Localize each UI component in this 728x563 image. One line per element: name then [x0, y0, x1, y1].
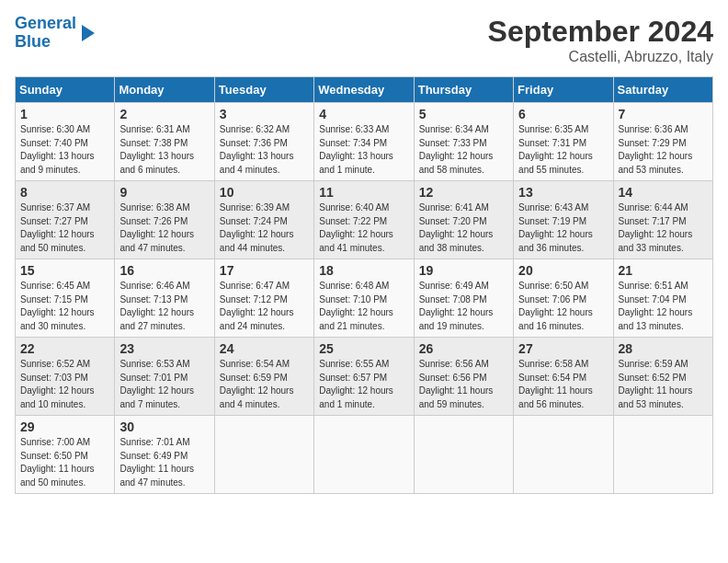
column-header-wednesday: Wednesday: [314, 77, 414, 103]
day-info: Sunrise: 6:43 AM Sunset: 7:19 PM Dayligh…: [518, 201, 608, 255]
calendar-cell: 9Sunrise: 6:38 AM Sunset: 7:26 PM Daylig…: [115, 181, 214, 259]
day-number: 30: [119, 419, 209, 434]
day-info: Sunrise: 7:01 AM Sunset: 6:49 PM Dayligh…: [119, 436, 209, 489]
day-number: 11: [319, 185, 408, 200]
calendar-cell: 2Sunrise: 6:31 AM Sunset: 7:38 PM Daylig…: [115, 103, 214, 181]
day-info: Sunrise: 6:56 AM Sunset: 6:56 PM Dayligh…: [419, 358, 508, 411]
day-info: Sunrise: 6:50 AM Sunset: 7:06 PM Dayligh…: [518, 280, 608, 333]
day-info: Sunrise: 6:41 AM Sunset: 7:20 PM Dayligh…: [419, 201, 508, 255]
day-info: Sunrise: 6:58 AM Sunset: 6:54 PM Dayligh…: [518, 358, 608, 411]
column-header-tuesday: Tuesday: [214, 77, 313, 103]
day-number: 25: [319, 341, 408, 356]
logo-text2: Blue: [15, 33, 76, 52]
column-header-monday: Monday: [115, 77, 214, 103]
calendar-table: SundayMondayTuesdayWednesdayThursdayFrid…: [15, 76, 713, 494]
calendar-week-row: 29Sunrise: 7:00 AM Sunset: 6:50 PM Dayli…: [16, 416, 713, 494]
day-info: Sunrise: 6:30 AM Sunset: 7:40 PM Dayligh…: [20, 123, 109, 177]
day-info: Sunrise: 6:53 AM Sunset: 7:01 PM Dayligh…: [119, 358, 209, 411]
day-info: Sunrise: 6:44 AM Sunset: 7:17 PM Dayligh…: [619, 201, 708, 255]
day-number: 29: [20, 419, 109, 434]
day-number: 10: [220, 185, 309, 200]
day-number: 22: [20, 341, 109, 356]
day-number: 24: [220, 341, 309, 356]
day-number: 12: [419, 185, 508, 200]
calendar-week-row: 1Sunrise: 6:30 AM Sunset: 7:40 PM Daylig…: [16, 103, 713, 181]
day-number: 19: [419, 263, 508, 278]
day-info: Sunrise: 7:00 AM Sunset: 6:50 PM Dayligh…: [20, 436, 109, 489]
day-number: 6: [518, 107, 608, 121]
calendar-cell: 15Sunrise: 6:45 AM Sunset: 7:15 PM Dayli…: [16, 259, 115, 338]
calendar-cell: 25Sunrise: 6:55 AM Sunset: 6:57 PM Dayli…: [314, 338, 414, 416]
day-info: Sunrise: 6:55 AM Sunset: 6:57 PM Dayligh…: [319, 358, 408, 411]
calendar-cell: 13Sunrise: 6:43 AM Sunset: 7:19 PM Dayli…: [514, 181, 613, 259]
calendar-cell: [214, 416, 313, 494]
calendar-cell: 19Sunrise: 6:49 AM Sunset: 7:08 PM Dayli…: [414, 259, 513, 338]
calendar-cell: 30Sunrise: 7:01 AM Sunset: 6:49 PM Dayli…: [115, 416, 214, 494]
day-info: Sunrise: 6:32 AM Sunset: 7:36 PM Dayligh…: [220, 123, 309, 177]
day-info: Sunrise: 6:37 AM Sunset: 7:27 PM Dayligh…: [20, 201, 109, 255]
calendar-cell: 5Sunrise: 6:34 AM Sunset: 7:33 PM Daylig…: [414, 103, 513, 181]
day-info: Sunrise: 6:38 AM Sunset: 7:26 PM Dayligh…: [119, 201, 209, 255]
calendar-cell: 7Sunrise: 6:36 AM Sunset: 7:29 PM Daylig…: [613, 103, 712, 181]
calendar-subtitle: Castelli, Abruzzo, Italy: [488, 49, 713, 65]
calendar-cell: 27Sunrise: 6:58 AM Sunset: 6:54 PM Dayli…: [514, 338, 613, 416]
calendar-cell: 11Sunrise: 6:40 AM Sunset: 7:22 PM Dayli…: [314, 181, 414, 259]
calendar-cell: 6Sunrise: 6:35 AM Sunset: 7:31 PM Daylig…: [514, 103, 613, 181]
calendar-cell: 8Sunrise: 6:37 AM Sunset: 7:27 PM Daylig…: [16, 181, 115, 259]
day-number: 26: [419, 341, 508, 356]
day-number: 27: [518, 341, 608, 356]
calendar-cell: [514, 416, 613, 494]
calendar-cell: 17Sunrise: 6:47 AM Sunset: 7:12 PM Dayli…: [214, 259, 313, 338]
calendar-cell: 23Sunrise: 6:53 AM Sunset: 7:01 PM Dayli…: [115, 338, 214, 416]
calendar-cell: 18Sunrise: 6:48 AM Sunset: 7:10 PM Dayli…: [314, 259, 414, 338]
calendar-cell: 28Sunrise: 6:59 AM Sunset: 6:52 PM Dayli…: [613, 338, 712, 416]
calendar-cell: 26Sunrise: 6:56 AM Sunset: 6:56 PM Dayli…: [414, 338, 513, 416]
day-number: 20: [518, 263, 608, 278]
day-info: Sunrise: 6:40 AM Sunset: 7:22 PM Dayligh…: [319, 201, 408, 255]
day-number: 9: [119, 185, 209, 200]
calendar-cell: 22Sunrise: 6:52 AM Sunset: 7:03 PM Dayli…: [16, 338, 115, 416]
day-number: 1: [20, 107, 109, 121]
calendar-cell: 14Sunrise: 6:44 AM Sunset: 7:17 PM Dayli…: [613, 181, 712, 259]
day-number: 2: [119, 107, 209, 121]
column-header-thursday: Thursday: [414, 77, 513, 103]
day-number: 18: [319, 263, 408, 278]
calendar-week-row: 22Sunrise: 6:52 AM Sunset: 7:03 PM Dayli…: [16, 338, 713, 416]
calendar-cell: 12Sunrise: 6:41 AM Sunset: 7:20 PM Dayli…: [414, 181, 513, 259]
calendar-cell: [613, 416, 712, 494]
day-number: 16: [119, 263, 209, 278]
day-number: 3: [220, 107, 309, 121]
day-info: Sunrise: 6:47 AM Sunset: 7:12 PM Dayligh…: [220, 280, 309, 333]
calendar-week-row: 8Sunrise: 6:37 AM Sunset: 7:27 PM Daylig…: [16, 181, 713, 259]
day-number: 21: [619, 263, 708, 278]
day-info: Sunrise: 6:46 AM Sunset: 7:13 PM Dayligh…: [119, 280, 209, 333]
day-info: Sunrise: 6:59 AM Sunset: 6:52 PM Dayligh…: [619, 358, 708, 411]
day-number: 5: [419, 107, 508, 121]
day-info: Sunrise: 6:35 AM Sunset: 7:31 PM Dayligh…: [518, 123, 608, 177]
column-header-friday: Friday: [514, 77, 613, 103]
day-info: Sunrise: 6:54 AM Sunset: 6:59 PM Dayligh…: [220, 358, 309, 411]
calendar-cell: 21Sunrise: 6:51 AM Sunset: 7:04 PM Dayli…: [613, 259, 712, 338]
calendar-cell: 1Sunrise: 6:30 AM Sunset: 7:40 PM Daylig…: [16, 103, 115, 181]
day-number: 23: [119, 341, 209, 356]
day-info: Sunrise: 6:36 AM Sunset: 7:29 PM Dayligh…: [619, 123, 708, 177]
column-header-sunday: Sunday: [16, 77, 115, 103]
calendar-header-row: SundayMondayTuesdayWednesdayThursdayFrid…: [16, 77, 713, 103]
day-info: Sunrise: 6:51 AM Sunset: 7:04 PM Dayligh…: [619, 280, 708, 333]
calendar-cell: 29Sunrise: 7:00 AM Sunset: 6:50 PM Dayli…: [16, 416, 115, 494]
calendar-title: September 2024: [488, 15, 713, 49]
calendar-cell: 20Sunrise: 6:50 AM Sunset: 7:06 PM Dayli…: [514, 259, 613, 338]
logo-arrow-icon: [82, 25, 95, 41]
day-number: 28: [619, 341, 708, 356]
day-number: 15: [20, 263, 109, 278]
day-info: Sunrise: 6:33 AM Sunset: 7:34 PM Dayligh…: [319, 123, 408, 177]
day-number: 7: [619, 107, 708, 121]
day-number: 13: [518, 185, 608, 200]
column-header-saturday: Saturday: [613, 77, 712, 103]
calendar-cell: 16Sunrise: 6:46 AM Sunset: 7:13 PM Dayli…: [115, 259, 214, 338]
day-number: 17: [220, 263, 309, 278]
day-info: Sunrise: 6:31 AM Sunset: 7:38 PM Dayligh…: [119, 123, 209, 177]
calendar-cell: 10Sunrise: 6:39 AM Sunset: 7:24 PM Dayli…: [214, 181, 313, 259]
day-info: Sunrise: 6:39 AM Sunset: 7:24 PM Dayligh…: [220, 201, 309, 255]
logo: General Blue: [15, 15, 95, 52]
